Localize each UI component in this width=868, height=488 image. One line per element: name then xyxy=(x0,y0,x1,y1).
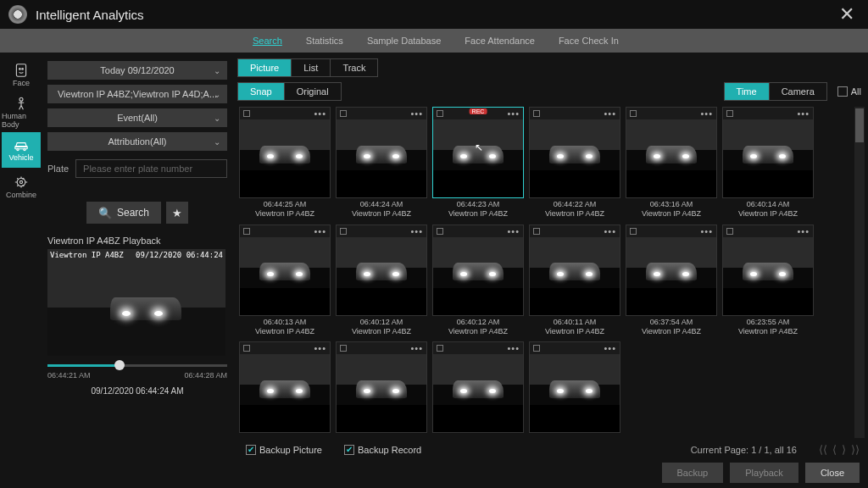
tab-face-attendance[interactable]: Face Attendance xyxy=(465,36,535,46)
result-thumbnail[interactable]: •••06:43:16 AMViewtron IP A4BZ xyxy=(626,107,717,219)
sort-camera[interactable]: Camera xyxy=(770,83,826,100)
result-thumbnail[interactable]: •••06:37:54 AMViewtron IP A4BZ xyxy=(626,225,717,337)
view-list[interactable]: List xyxy=(292,59,331,76)
rail-combine[interactable]: Combine xyxy=(2,169,41,205)
thumb-select-icon[interactable] xyxy=(630,110,637,117)
thumb-select-icon[interactable] xyxy=(437,228,443,235)
result-thumbnail[interactable]: •••06:40:11 AMViewtron IP A4BZ xyxy=(529,225,620,337)
thumb-select-icon[interactable] xyxy=(630,228,637,235)
rail-face[interactable]: Face xyxy=(2,58,41,93)
sort-time[interactable]: Time xyxy=(725,83,770,100)
thumb-select-icon[interactable] xyxy=(243,110,250,117)
thumb-menu-icon[interactable]: ••• xyxy=(507,226,520,236)
backup-record-checkbox[interactable]: ✔ Backup Record xyxy=(344,445,421,455)
date-dropdown[interactable]: Today 09/12/2020⌄ xyxy=(47,61,227,80)
tab-face-checkin[interactable]: Face Check In xyxy=(559,36,619,46)
thumb-select-icon[interactable] xyxy=(726,228,733,235)
result-thumbnail[interactable]: •••06:23:55 AMViewtron IP A4BZ xyxy=(722,225,814,337)
thumb-menu-icon[interactable]: ••• xyxy=(314,226,326,236)
source-snap[interactable]: Snap xyxy=(238,83,285,100)
results-scrollbar[interactable] xyxy=(854,107,865,438)
page-prev-icon[interactable]: ⟨ xyxy=(832,443,837,456)
result-thumbnail[interactable]: ••• xyxy=(336,341,427,440)
thumb-menu-icon[interactable]: ••• xyxy=(410,108,423,119)
checkbox-icon: ✔ xyxy=(344,445,354,455)
event-dropdown[interactable]: Event(All)⌄ xyxy=(47,108,227,127)
result-thumbnail[interactable]: REC•••↖06:44:23 AMViewtron IP A4BZ xyxy=(432,107,524,219)
thumb-menu-icon[interactable]: ••• xyxy=(700,108,713,119)
thumb-select-icon[interactable] xyxy=(533,345,540,352)
results-grid: •••06:44:25 AMViewtron IP A4BZ•••06:44:2… xyxy=(237,105,868,440)
thumb-menu-icon[interactable]: ••• xyxy=(797,108,810,119)
page-next-icon[interactable]: ⟩ xyxy=(842,443,846,456)
window-title: Intelligent Analytics xyxy=(36,8,144,22)
result-thumbnail[interactable]: ••• xyxy=(239,341,331,440)
close-button[interactable]: Close xyxy=(805,463,860,483)
playback-slider[interactable] xyxy=(47,361,227,369)
thumb-menu-icon[interactable]: ••• xyxy=(314,108,326,119)
tab-sample-database[interactable]: Sample Database xyxy=(367,36,441,46)
thumb-caption: 06:43:16 AMViewtron IP A4BZ xyxy=(626,200,717,219)
tab-statistics[interactable]: Statistics xyxy=(306,36,343,46)
plate-label: Plate xyxy=(47,164,69,174)
chevron-down-icon: ⌄ xyxy=(214,114,220,123)
view-track[interactable]: Track xyxy=(331,59,377,76)
thumb-caption: 06:40:12 AMViewtron IP A4BZ xyxy=(336,318,427,337)
result-thumbnail[interactable]: •••06:40:14 AMViewtron IP A4BZ xyxy=(722,107,814,219)
result-thumbnail[interactable]: •••06:40:12 AMViewtron IP A4BZ xyxy=(336,225,427,337)
playback-button[interactable]: Playback xyxy=(730,463,798,483)
rail-face-label: Face xyxy=(13,79,30,87)
search-button[interactable]: 🔍 Search xyxy=(86,202,161,224)
plate-input[interactable] xyxy=(75,159,227,178)
search-icon: 🔍 xyxy=(98,207,112,219)
playback-viewport[interactable]: Viewtron IP A4BZ 09/12/2020 06:44:24 xyxy=(47,249,225,356)
rail-vehicle[interactable]: Vehicle xyxy=(2,132,41,168)
thumb-menu-icon[interactable]: ••• xyxy=(700,226,713,236)
rail-humanbody[interactable]: Human Body xyxy=(2,95,41,130)
result-thumbnail[interactable]: •••06:44:22 AMViewtron IP A4BZ xyxy=(529,107,620,219)
main-tabstrip: Search Statistics Sample Database Face A… xyxy=(0,29,868,53)
tab-search[interactable]: Search xyxy=(253,36,282,46)
thumb-select-icon[interactable] xyxy=(340,345,347,352)
favorite-button[interactable]: ★ xyxy=(166,202,188,224)
thumb-select-icon[interactable] xyxy=(243,345,250,352)
thumb-menu-icon[interactable]: ••• xyxy=(410,226,423,236)
thumb-menu-icon[interactable]: ••• xyxy=(507,108,520,119)
thumb-select-icon[interactable] xyxy=(437,345,443,352)
thumb-caption: 06:37:54 AMViewtron IP A4BZ xyxy=(626,318,717,337)
attribution-dropdown[interactable]: Attribution(All)⌄ xyxy=(47,132,227,151)
thumb-select-icon[interactable] xyxy=(243,228,250,235)
result-thumbnail[interactable]: ••• xyxy=(432,341,524,440)
thumb-menu-icon[interactable]: ••• xyxy=(604,343,616,353)
result-thumbnail[interactable]: ••• xyxy=(529,341,620,440)
select-all-checkbox[interactable]: All xyxy=(837,86,861,97)
result-thumbnail[interactable]: •••06:44:24 AMViewtron IP A4BZ xyxy=(336,107,427,219)
chevron-down-icon: ⌄ xyxy=(214,66,220,75)
thumb-select-icon[interactable] xyxy=(726,110,733,117)
svg-point-5 xyxy=(17,148,19,150)
backup-picture-checkbox[interactable]: ✔ Backup Picture xyxy=(246,445,322,455)
thumb-menu-icon[interactable]: ••• xyxy=(604,226,616,236)
thumb-select-icon[interactable] xyxy=(340,228,347,235)
source-original[interactable]: Original xyxy=(285,83,341,100)
page-first-icon[interactable]: ⟨⟨ xyxy=(819,443,827,456)
view-picture[interactable]: Picture xyxy=(238,59,292,76)
thumb-menu-icon[interactable]: ••• xyxy=(507,343,520,353)
thumb-select-icon[interactable] xyxy=(340,110,347,117)
sort-mode-segment: Time Camera xyxy=(724,82,827,101)
svg-rect-0 xyxy=(16,64,25,76)
close-icon[interactable]: ✕ xyxy=(834,3,860,25)
result-thumbnail[interactable]: •••06:40:12 AMViewtron IP A4BZ xyxy=(432,225,524,337)
camera-dropdown[interactable]: Viewtron IP A4BZ;Viewtron IP A4D;A...⌄ xyxy=(47,85,227,103)
thumb-menu-icon[interactable]: ••• xyxy=(314,343,326,353)
result-thumbnail[interactable]: •••06:40:13 AMViewtron IP A4BZ xyxy=(239,225,331,337)
thumb-select-icon[interactable] xyxy=(533,228,540,235)
result-thumbnail[interactable]: •••06:44:25 AMViewtron IP A4BZ xyxy=(239,107,331,219)
thumb-select-icon[interactable] xyxy=(437,110,443,117)
page-last-icon[interactable]: ⟩⟩ xyxy=(851,443,860,456)
thumb-menu-icon[interactable]: ••• xyxy=(797,226,810,236)
thumb-select-icon[interactable] xyxy=(533,110,540,117)
thumb-menu-icon[interactable]: ••• xyxy=(410,343,423,353)
thumb-menu-icon[interactable]: ••• xyxy=(604,108,616,119)
backup-button[interactable]: Backup xyxy=(662,463,724,483)
